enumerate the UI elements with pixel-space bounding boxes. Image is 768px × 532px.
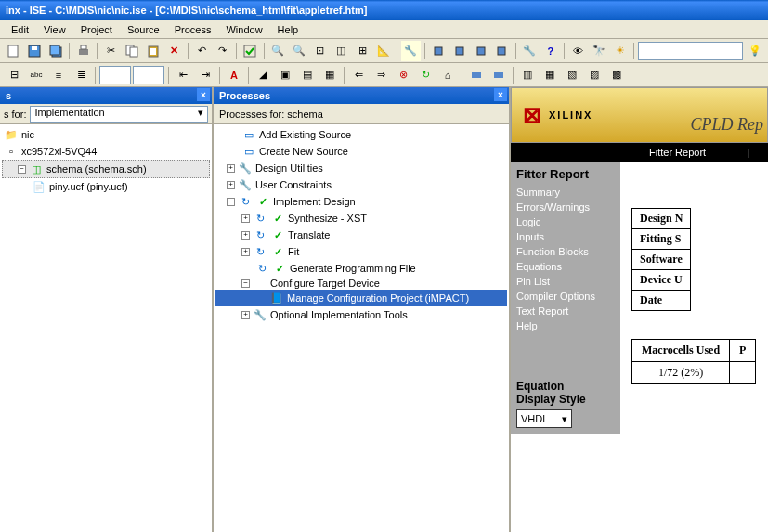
- save-icon[interactable]: [25, 41, 45, 61]
- proc-translate[interactable]: + ↻✓ Translate: [215, 227, 507, 243]
- menu-source[interactable]: Source: [120, 22, 167, 37]
- collapse-icon[interactable]: −: [18, 165, 26, 174]
- t2-a-icon[interactable]: A: [224, 65, 244, 85]
- t2-marker3-icon[interactable]: ▤: [297, 65, 318, 85]
- nav-errors[interactable]: Errors/Warnings: [516, 200, 615, 214]
- menu-process[interactable]: Process: [167, 22, 219, 37]
- t2-btn3[interactable]: ≡: [48, 65, 69, 85]
- t2-home-icon[interactable]: ⌂: [437, 65, 458, 85]
- zoom-out-icon[interactable]: 🔍: [290, 41, 309, 61]
- expand-icon[interactable]: +: [241, 248, 250, 256]
- t2-marker2-icon[interactable]: ▣: [275, 65, 295, 85]
- tree-chip[interactable]: ▫ xc9572xl-5VQ44: [2, 143, 210, 160]
- bulb-icon[interactable]: 💡: [745, 41, 764, 61]
- expand-icon[interactable]: +: [227, 164, 235, 173]
- chip3-icon[interactable]: [471, 41, 490, 61]
- t2-indent-right-icon[interactable]: ⇥: [195, 65, 215, 85]
- t2-layout1-icon[interactable]: ▥: [517, 65, 538, 85]
- t2-drop2[interactable]: [133, 66, 164, 84]
- zoom-actual-icon[interactable]: ⊞: [353, 41, 372, 61]
- t2-indent-left-icon[interactable]: ⇤: [173, 65, 193, 85]
- proc-add-existing[interactable]: ▭ Add Existing Source: [215, 126, 507, 143]
- nav-compiler[interactable]: Compiler Options: [516, 289, 615, 304]
- collapse-icon[interactable]: −: [241, 279, 250, 288]
- chip4-icon[interactable]: [492, 41, 512, 61]
- toolbar-dropdown[interactable]: [638, 42, 743, 60]
- nav-textreport[interactable]: Text Report: [516, 304, 615, 318]
- measure-icon[interactable]: 📐: [373, 41, 393, 61]
- launch-icon[interactable]: 🔧: [401, 41, 421, 61]
- nav-summary[interactable]: Summary: [516, 185, 615, 200]
- chip2-icon[interactable]: [450, 41, 470, 61]
- t2-btn1[interactable]: ⊟: [4, 65, 24, 85]
- t2-drop1[interactable]: [99, 66, 131, 84]
- nav-equations[interactable]: Equations: [516, 259, 615, 274]
- eq-select[interactable]: VHDL ▾: [516, 409, 572, 428]
- report-tab-fitter[interactable]: Fitter Report: [642, 147, 713, 158]
- t2-stop-icon[interactable]: ⊗: [393, 65, 413, 85]
- nav-inputs[interactable]: Inputs: [516, 229, 615, 244]
- nav-pinlist[interactable]: Pin List: [516, 274, 615, 289]
- menu-view[interactable]: View: [36, 22, 73, 37]
- nav-help[interactable]: Help: [516, 318, 615, 333]
- delete-icon[interactable]: ✕: [164, 41, 184, 61]
- proc-fit[interactable]: + ↻✓ Fit: [215, 243, 507, 260]
- menu-edit[interactable]: Edit: [4, 22, 36, 37]
- t2-fwd-icon[interactable]: ⇒: [371, 65, 391, 85]
- t2-layout3-icon[interactable]: ▧: [562, 65, 582, 85]
- t2-refresh-icon[interactable]: ↻: [415, 65, 436, 85]
- proc-manage-impact[interactable]: 📘 Manage Configuration Project (iMPACT): [215, 290, 507, 306]
- proc-gen-prog[interactable]: ↻✓ Generate Programming File: [215, 260, 507, 277]
- processes-close-icon[interactable]: ×: [494, 88, 507, 101]
- t2-marker1-icon[interactable]: ◢: [253, 65, 273, 85]
- chip-icon[interactable]: [429, 41, 449, 61]
- t2-btn2[interactable]: abc: [26, 65, 46, 85]
- wrench-icon[interactable]: 🔧: [520, 41, 540, 61]
- proc-synth[interactable]: + ↻✓ Synthesize - XST: [215, 210, 507, 227]
- menu-project[interactable]: Project: [73, 22, 120, 37]
- expand-icon[interactable]: +: [227, 181, 235, 189]
- save-all-icon[interactable]: [46, 41, 65, 61]
- check-icon[interactable]: [241, 41, 260, 61]
- sources-close-icon[interactable]: ×: [197, 88, 210, 101]
- t2-btn4[interactable]: ≣: [71, 65, 91, 85]
- proc-opt-impl[interactable]: + 🔧 Optional Implementation Tools: [215, 306, 507, 323]
- proc-impl-design[interactable]: − ↻✓ Implement Design: [215, 193, 507, 210]
- binoculars-icon[interactable]: 🔭: [590, 41, 609, 61]
- proc-create-new[interactable]: ▭ Create New Source: [215, 143, 507, 160]
- copy-icon[interactable]: [123, 41, 142, 61]
- undo-icon[interactable]: ↶: [192, 41, 212, 61]
- t2-layout4-icon[interactable]: ▨: [584, 65, 605, 85]
- zoom-fit-icon[interactable]: ⊡: [310, 41, 330, 61]
- tree-schema[interactable]: − ◫ schema (schema.sch): [2, 160, 210, 178]
- collapse-icon[interactable]: −: [227, 198, 235, 206]
- menu-help[interactable]: Help: [270, 22, 306, 37]
- t2-marker4-icon[interactable]: ▦: [319, 65, 340, 85]
- expand-icon[interactable]: +: [241, 311, 250, 319]
- find-icon[interactable]: 👁: [568, 41, 588, 61]
- t2-layout5-icon[interactable]: ▩: [606, 65, 627, 85]
- proc-user-const[interactable]: + 🔧 User Constraints: [215, 176, 507, 193]
- expand-icon[interactable]: +: [241, 231, 250, 240]
- help-icon[interactable]: ?: [540, 41, 560, 61]
- tree-device[interactable]: 📁 nic: [2, 126, 210, 143]
- zoom-region-icon[interactable]: ◫: [332, 41, 351, 61]
- new-icon[interactable]: [4, 41, 23, 61]
- t2-blue1-icon[interactable]: [466, 65, 487, 85]
- t2-layout2-icon[interactable]: ▦: [540, 65, 560, 85]
- nav-fblocks[interactable]: Function Blocks: [516, 244, 615, 259]
- cut-icon[interactable]: ✂: [101, 41, 121, 61]
- proc-config-target[interactable]: − Configure Target Device: [215, 277, 507, 290]
- expand-icon[interactable]: +: [241, 214, 250, 223]
- paste-icon[interactable]: [143, 41, 163, 61]
- nav-logic[interactable]: Logic: [516, 214, 615, 229]
- proc-design-util[interactable]: + 🔧 Design Utilities: [215, 160, 507, 176]
- menu-window[interactable]: Window: [218, 22, 269, 37]
- sources-for-select[interactable]: Implementation ▾: [30, 106, 208, 123]
- zoom-in-icon[interactable]: 🔍: [268, 41, 288, 61]
- redo-icon[interactable]: ↷: [213, 41, 232, 61]
- sun-icon[interactable]: ☀: [611, 41, 631, 61]
- t2-blue2-icon[interactable]: [488, 65, 509, 85]
- t2-back-icon[interactable]: ⇐: [348, 65, 369, 85]
- print-icon[interactable]: [73, 41, 93, 61]
